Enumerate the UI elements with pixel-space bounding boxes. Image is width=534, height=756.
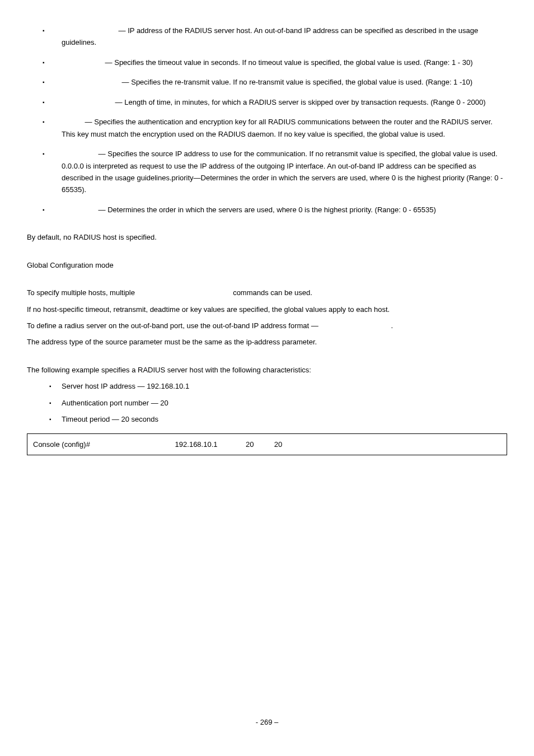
param-retransmit-text: — Specifies the re-transmit value. If no… xyxy=(120,78,472,86)
example-intro: The following example specifies a RADIUS… xyxy=(27,364,507,376)
user-guideline-3b: . xyxy=(391,321,393,330)
console-example: Console (config)# 192.168.10.1 20 20 xyxy=(27,433,507,455)
user-guideline-1: To specify multiple hosts, multiple comm… xyxy=(27,287,507,298)
example-bullet-2: Timeout period — 20 seconds xyxy=(27,413,507,425)
parameter-list: — IP address of the RADIUS server host. … xyxy=(27,25,507,216)
console-port: 20 xyxy=(246,440,254,449)
param-source-text: — Specifies the source IP address to use… xyxy=(62,150,503,194)
console-indent-3 xyxy=(254,440,274,449)
param-deadtime-text: — Length of time, in minutes, for which … xyxy=(113,98,485,106)
param-deadtime: — Length of time, in minutes, for which … xyxy=(27,96,507,108)
user-guideline-4: The address type of the source parameter… xyxy=(27,336,507,348)
example-bullet-0: Server host IP address — 192.168.10.1 xyxy=(27,380,507,392)
default-configuration: By default, no RADIUS host is specified. xyxy=(27,231,507,243)
example-bullet-list: Server host IP address — 192.168.10.1Aut… xyxy=(27,380,507,425)
user-guideline-3a: To define a radius server on the out-of-… xyxy=(27,321,320,330)
console-prompt: Console (config)# xyxy=(33,440,92,449)
user-guideline-2: If no host-specific timeout, retransmit,… xyxy=(27,304,507,315)
param-priority-text: — Determines the order in which the serv… xyxy=(96,206,436,214)
console-timeout: 20 xyxy=(274,440,282,449)
param-timeout-text: — Specifies the timeout value in seconds… xyxy=(103,58,472,67)
console-indent-1 xyxy=(92,440,175,449)
page-number: - 269 – xyxy=(27,716,507,728)
param-retransmit: — Specifies the re-transmit value. If no… xyxy=(27,76,507,88)
example-bullet-1: Authentication port number — 20 xyxy=(27,397,507,409)
param-ip-address-text: — IP address of the RADIUS server host. … xyxy=(62,26,478,46)
user-guideline-3: To define a radius server on the out-of-… xyxy=(27,320,507,332)
param-timeout: — Specifies the timeout value in seconds… xyxy=(27,57,507,68)
console-indent-2 xyxy=(218,440,246,449)
param-source: — Specifies the source IP address to use… xyxy=(27,148,507,196)
param-key-text: — Specifies the authentication and encry… xyxy=(62,118,493,138)
command-mode: Global Configuration mode xyxy=(27,259,507,271)
param-key: — Specifies the authentication and encry… xyxy=(27,116,507,140)
console-ip: 192.168.10.1 xyxy=(175,440,218,449)
user-guideline-1a: To specify multiple hosts, multiple xyxy=(27,288,137,297)
param-ip-address: — IP address of the RADIUS server host. … xyxy=(27,25,507,49)
param-priority: — Determines the order in which the serv… xyxy=(27,204,507,216)
user-guideline-1b: commands can be used. xyxy=(231,288,312,297)
